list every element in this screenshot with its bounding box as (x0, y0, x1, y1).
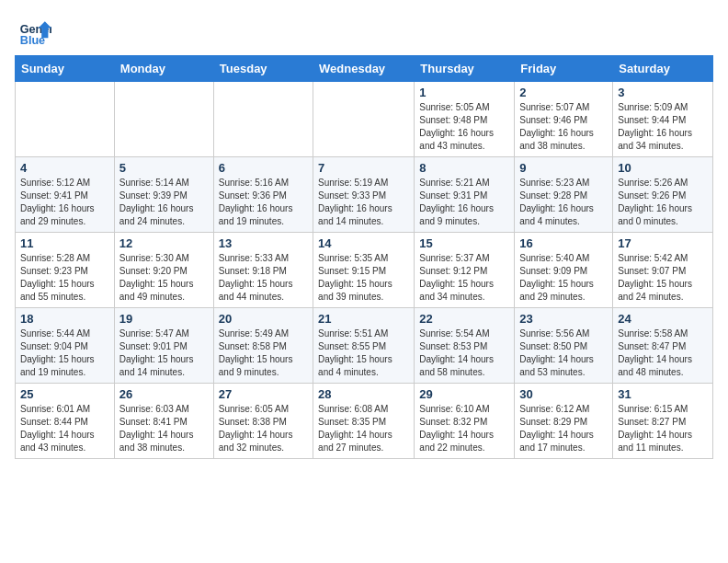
day-info: Sunrise: 5:35 AM Sunset: 9:15 PM Dayligh… (318, 252, 409, 304)
calendar-week-4: 18Sunrise: 5:44 AM Sunset: 9:04 PM Dayli… (16, 308, 713, 384)
day-number: 17 (618, 236, 708, 250)
day-number: 18 (20, 312, 109, 326)
day-info: Sunrise: 6:10 AM Sunset: 8:32 PM Dayligh… (419, 403, 509, 454)
day-number: 25 (20, 387, 109, 401)
day-number: 30 (519, 387, 608, 401)
day-info: Sunrise: 5:12 AM Sunset: 9:41 PM Dayligh… (20, 177, 109, 228)
day-number: 8 (419, 161, 509, 175)
calendar-cell: 10Sunrise: 5:26 AM Sunset: 9:26 PM Dayli… (613, 157, 713, 233)
calendar-header: SundayMondayTuesdayWednesdayThursdayFrid… (16, 56, 713, 82)
calendar-wrapper: SundayMondayTuesdayWednesdayThursdayFrid… (0, 55, 728, 474)
day-info: Sunrise: 5:44 AM Sunset: 9:04 PM Dayligh… (20, 327, 109, 379)
calendar-cell: 15Sunrise: 5:37 AM Sunset: 9:12 PM Dayli… (415, 233, 515, 308)
weekday-header-tuesday: Tuesday (213, 56, 313, 82)
calendar-cell: 13Sunrise: 5:33 AM Sunset: 9:18 PM Dayli… (213, 233, 313, 308)
day-info: Sunrise: 5:28 AM Sunset: 9:23 PM Dayligh… (20, 252, 109, 304)
calendar-cell: 9Sunrise: 5:23 AM Sunset: 9:28 PM Daylig… (515, 157, 613, 233)
day-number: 28 (318, 387, 409, 401)
day-info: Sunrise: 5:09 AM Sunset: 9:44 PM Dayligh… (618, 101, 708, 153)
day-info: Sunrise: 5:40 AM Sunset: 9:09 PM Dayligh… (519, 252, 608, 304)
day-number: 2 (519, 86, 608, 99)
calendar-cell (313, 82, 415, 157)
calendar-cell: 17Sunrise: 5:42 AM Sunset: 9:07 PM Dayli… (613, 233, 713, 308)
calendar-body: 1Sunrise: 5:05 AM Sunset: 9:48 PM Daylig… (16, 82, 713, 459)
day-number: 26 (119, 387, 209, 401)
day-number: 19 (119, 312, 209, 326)
calendar-week-1: 1Sunrise: 5:05 AM Sunset: 9:48 PM Daylig… (16, 82, 713, 157)
day-info: Sunrise: 5:37 AM Sunset: 9:12 PM Dayligh… (419, 252, 509, 304)
calendar-cell: 6Sunrise: 5:16 AM Sunset: 9:36 PM Daylig… (213, 157, 313, 233)
weekday-header-wednesday: Wednesday (313, 56, 415, 82)
day-info: Sunrise: 6:08 AM Sunset: 8:35 PM Dayligh… (318, 403, 409, 454)
day-number: 11 (20, 236, 109, 250)
day-info: Sunrise: 5:49 AM Sunset: 8:58 PM Dayligh… (219, 327, 308, 379)
day-number: 24 (618, 312, 708, 326)
weekday-header-friday: Friday (515, 56, 613, 82)
day-number: 12 (119, 236, 209, 250)
calendar-cell: 25Sunrise: 6:01 AM Sunset: 8:44 PM Dayli… (16, 384, 115, 459)
day-info: Sunrise: 5:07 AM Sunset: 9:46 PM Dayligh… (519, 101, 608, 153)
day-number: 5 (119, 161, 209, 175)
calendar-week-2: 4Sunrise: 5:12 AM Sunset: 9:41 PM Daylig… (16, 157, 713, 233)
calendar-cell: 14Sunrise: 5:35 AM Sunset: 9:15 PM Dayli… (313, 233, 415, 308)
day-info: Sunrise: 6:15 AM Sunset: 8:27 PM Dayligh… (618, 403, 708, 454)
weekday-row: SundayMondayTuesdayWednesdayThursdayFrid… (16, 56, 713, 82)
calendar-cell (114, 82, 213, 157)
calendar-cell: 2Sunrise: 5:07 AM Sunset: 9:46 PM Daylig… (515, 82, 613, 157)
page-header: General Blue (0, 0, 728, 55)
weekday-header-saturday: Saturday (613, 56, 713, 82)
day-number: 3 (618, 86, 708, 99)
calendar-cell: 28Sunrise: 6:08 AM Sunset: 8:35 PM Dayli… (313, 384, 415, 459)
calendar-cell: 1Sunrise: 5:05 AM Sunset: 9:48 PM Daylig… (415, 82, 515, 157)
calendar-cell: 12Sunrise: 5:30 AM Sunset: 9:20 PM Dayli… (114, 233, 213, 308)
day-number: 4 (20, 161, 109, 175)
day-info: Sunrise: 6:05 AM Sunset: 8:38 PM Dayligh… (219, 403, 308, 454)
calendar-cell (213, 82, 313, 157)
calendar-table: SundayMondayTuesdayWednesdayThursdayFrid… (15, 55, 713, 459)
day-info: Sunrise: 5:05 AM Sunset: 9:48 PM Dayligh… (419, 101, 509, 153)
day-info: Sunrise: 5:30 AM Sunset: 9:20 PM Dayligh… (119, 252, 209, 304)
day-info: Sunrise: 5:14 AM Sunset: 9:39 PM Dayligh… (119, 177, 209, 228)
day-info: Sunrise: 5:19 AM Sunset: 9:33 PM Dayligh… (318, 177, 409, 228)
day-number: 27 (219, 387, 308, 401)
calendar-cell: 11Sunrise: 5:28 AM Sunset: 9:23 PM Dayli… (16, 233, 115, 308)
day-number: 31 (618, 387, 708, 401)
weekday-header-monday: Monday (114, 56, 213, 82)
day-number: 21 (318, 312, 409, 326)
weekday-header-thursday: Thursday (415, 56, 515, 82)
day-number: 22 (419, 312, 509, 326)
calendar-cell: 5Sunrise: 5:14 AM Sunset: 9:39 PM Daylig… (114, 157, 213, 233)
calendar-cell: 7Sunrise: 5:19 AM Sunset: 9:33 PM Daylig… (313, 157, 415, 233)
calendar-cell: 30Sunrise: 6:12 AM Sunset: 8:29 PM Dayli… (515, 384, 613, 459)
calendar-cell: 24Sunrise: 5:58 AM Sunset: 8:47 PM Dayli… (613, 308, 713, 384)
calendar-cell: 4Sunrise: 5:12 AM Sunset: 9:41 PM Daylig… (16, 157, 115, 233)
calendar-cell: 3Sunrise: 5:09 AM Sunset: 9:44 PM Daylig… (613, 82, 713, 157)
calendar-cell: 31Sunrise: 6:15 AM Sunset: 8:27 PM Dayli… (613, 384, 713, 459)
day-info: Sunrise: 5:23 AM Sunset: 9:28 PM Dayligh… (519, 177, 608, 228)
day-number: 7 (318, 161, 409, 175)
day-number: 9 (519, 161, 608, 175)
day-number: 15 (419, 236, 509, 250)
calendar-cell (16, 82, 115, 157)
calendar-cell: 29Sunrise: 6:10 AM Sunset: 8:32 PM Dayli… (415, 384, 515, 459)
calendar-cell: 23Sunrise: 5:56 AM Sunset: 8:50 PM Dayli… (515, 308, 613, 384)
calendar-cell: 22Sunrise: 5:54 AM Sunset: 8:53 PM Dayli… (415, 308, 515, 384)
logo-icon: General Blue (18, 15, 51, 48)
day-number: 6 (219, 161, 308, 175)
weekday-header-sunday: Sunday (16, 56, 115, 82)
calendar-cell: 18Sunrise: 5:44 AM Sunset: 9:04 PM Dayli… (16, 308, 115, 384)
calendar-cell: 20Sunrise: 5:49 AM Sunset: 8:58 PM Dayli… (213, 308, 313, 384)
calendar-cell: 21Sunrise: 5:51 AM Sunset: 8:55 PM Dayli… (313, 308, 415, 384)
day-number: 13 (219, 236, 308, 250)
logo: General Blue (18, 15, 57, 48)
calendar-cell: 8Sunrise: 5:21 AM Sunset: 9:31 PM Daylig… (415, 157, 515, 233)
day-number: 23 (519, 312, 608, 326)
day-info: Sunrise: 6:03 AM Sunset: 8:41 PM Dayligh… (119, 403, 209, 454)
day-info: Sunrise: 6:01 AM Sunset: 8:44 PM Dayligh… (20, 403, 109, 454)
day-info: Sunrise: 5:21 AM Sunset: 9:31 PM Dayligh… (419, 177, 509, 228)
day-info: Sunrise: 5:16 AM Sunset: 9:36 PM Dayligh… (219, 177, 308, 228)
day-number: 1 (419, 86, 509, 99)
day-info: Sunrise: 5:26 AM Sunset: 9:26 PM Dayligh… (618, 177, 708, 228)
day-info: Sunrise: 5:58 AM Sunset: 8:47 PM Dayligh… (618, 327, 708, 379)
day-number: 29 (419, 387, 509, 401)
